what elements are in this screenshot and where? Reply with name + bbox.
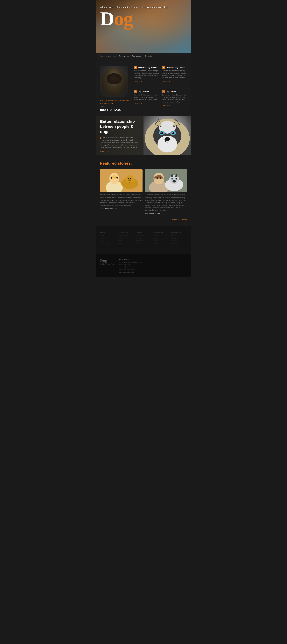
dark-col-item: Health <box>171 234 187 237</box>
nav-sep-3: / <box>130 55 130 57</box>
story-card-1: I have been bringing my dog, Jina (long … <box>100 170 142 214</box>
main-navigation: Home / About us / Dog training / Dog bre… <box>96 53 191 59</box>
husky-body-text: H ere is the best site for dog stuff & d… <box>100 136 139 149</box>
nav-sep-1: / <box>106 55 107 57</box>
drop-cap-h: H <box>100 136 102 140</box>
dark-col-title-3: Training <box>136 232 151 234</box>
videos-read-more[interactable]: Read more <box>162 105 170 106</box>
feature-dog-videos: 🎬 Dog Videos Get your daily dose of cute… <box>162 90 187 112</box>
dark-col-title-1: About <box>100 232 116 234</box>
svg-point-9 <box>172 132 173 133</box>
svg-point-8 <box>172 132 174 134</box>
hero-title: Dog <box>100 9 168 28</box>
nav-sep-2: / <box>117 55 118 57</box>
husky-section: Better relationship between people & dog… <box>96 116 191 155</box>
stories-title: Featured stories: <box>100 161 187 166</box>
svg-point-21 <box>126 175 134 183</box>
husky-read-more[interactable]: Read more <box>100 150 139 152</box>
svg-point-6 <box>160 132 162 133</box>
svg-point-19 <box>116 177 118 179</box>
footer-address: Dallas USA 21435 <box>119 264 187 266</box>
svg-point-29 <box>160 177 161 179</box>
svg-point-10 <box>164 137 170 141</box>
features-left-text: Providing professional tips & advice on … <box>100 99 131 112</box>
linkedin-icon[interactable]: in <box>127 270 130 272</box>
svg-point-35 <box>176 178 177 180</box>
story-1-svg <box>100 170 142 192</box>
hero-content: A huge source of information to know eve… <box>100 6 168 28</box>
footer-logo-text: Dog <box>100 258 114 263</box>
svg-point-24 <box>128 179 131 181</box>
husky-dog-image <box>144 116 191 155</box>
feature-desc: If you're considering adding a dog to yo… <box>134 70 159 79</box>
dark-col-item: Labrador <box>118 237 134 240</box>
footer-contact-area: 800-2345-6789 My Company, 2016 Harmonial… <box>119 258 187 272</box>
dark-col-item: Grooming <box>171 240 187 242</box>
feature-desc: Learn exactly what having a family pet i… <box>162 70 187 79</box>
pro-tip-text: Providing professional tips & advice on … <box>100 99 131 104</box>
nav-about[interactable]: About us <box>107 55 116 57</box>
dog-portrait-image <box>100 66 128 97</box>
dark-col-item: Advanced <box>136 237 151 240</box>
dark-col-item: Contact <box>100 237 116 240</box>
feature-header: 🎬 Dog Videos <box>162 90 187 93</box>
nav-home[interactable]: Home <box>100 55 106 57</box>
chat-read-more[interactable]: Read more <box>162 80 170 82</box>
features-grid: 📋 Research Dog Breeds If you're consider… <box>134 66 187 112</box>
husky-svg <box>144 116 191 155</box>
pictures-read-more[interactable]: Read more <box>134 102 142 104</box>
research-read-more[interactable]: Read more <box>134 80 142 82</box>
nav-sep-4: / <box>143 55 143 57</box>
dark-col-5: Resources Health Nutrition Grooming Acce… <box>171 232 187 244</box>
footer-company: My Company, 2016 Harmonial Street, <box>119 262 187 264</box>
nav-training[interactable]: Dog training <box>118 55 130 57</box>
feature-desc: Get your daily dose of cuteness with the… <box>162 94 187 103</box>
story-card-2: I've taken my dog to this club for two y… <box>144 170 187 214</box>
feature-title: Dog Pictures <box>138 91 149 93</box>
stories-grid: I have been bringing my dog, Jina (long … <box>100 170 187 214</box>
dark-col-item: Videos <box>154 240 169 242</box>
dark-col-item: Blog <box>100 240 116 242</box>
dark-col-1: About About Us Contact Blog Privacy Poli… <box>100 232 116 244</box>
dark-col-item: About Us <box>100 234 116 237</box>
googleplus-icon[interactable]: g+ <box>123 270 126 272</box>
dark-section: About About Us Contact Blog Privacy Poli… <box>96 226 191 254</box>
dark-col-title-4: Community <box>154 232 169 234</box>
nav-breeds[interactable]: Dog breeds <box>131 55 142 57</box>
dark-col-item: Poodle <box>118 242 134 244</box>
svg-point-28 <box>156 177 158 179</box>
dark-col-item: Forum <box>154 234 169 237</box>
hero-title-d: D <box>100 8 114 30</box>
feature-title: Research Dog Breeds <box>138 66 157 68</box>
story-image-1 <box>100 170 142 192</box>
dark-col-2: Dog Breeds German Shepherd Labrador Bull… <box>118 232 134 244</box>
nav-contacts[interactable]: Contacts <box>144 55 153 57</box>
feature-title: Dog Videos <box>166 91 176 93</box>
dog-portrait-inner <box>102 68 127 96</box>
feature-desc: View over 3 million pictures of cute pup… <box>134 94 159 101</box>
husky-left-panel: Better relationship between people & dog… <box>96 116 144 155</box>
svg-point-5 <box>160 132 163 134</box>
story-quote-2: I've taken my dog to this club for two y… <box>144 194 187 212</box>
dark-col-item: German Shepherd <box>118 234 134 237</box>
camera-icon: 📷 <box>134 90 137 93</box>
feature-title: Chat with Dog Lovers <box>166 66 185 68</box>
facebook-icon[interactable]: f <box>119 270 122 272</box>
feature-header: 📷 Dog Pictures <box>134 90 159 93</box>
dark-col-item: Privacy Policy <box>100 242 116 244</box>
twitter-icon[interactable]: t <box>131 270 134 272</box>
features-left-panel: Providing professional tips & advice on … <box>100 66 131 112</box>
dark-col-item: Stories <box>154 242 169 244</box>
svg-point-22 <box>128 178 129 179</box>
footer-copyright: © 2016 | Privacy Policy <box>100 263 114 265</box>
svg-point-36 <box>172 180 176 182</box>
svg-point-18 <box>111 177 112 179</box>
dark-grid: About About Us Contact Blog Privacy Poli… <box>100 232 187 244</box>
svg-point-34 <box>172 178 172 180</box>
footer-phone: 800-2345-6789 <box>119 258 187 260</box>
footer-social-icons: f g+ in t <box>119 270 187 272</box>
footer-email: Email: info@example.com <box>119 266 187 268</box>
story-author-1: Jane Tompson & Lisa <box>100 208 142 210</box>
read-more-stories-link[interactable]: Read more stories <box>172 218 187 220</box>
stories-more: Read more stories <box>100 218 187 220</box>
